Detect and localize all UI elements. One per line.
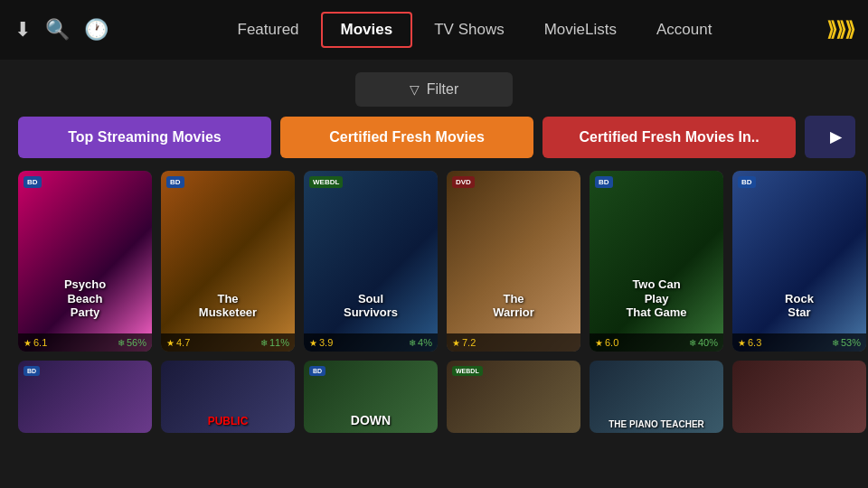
badge-bluray: BD — [738, 176, 756, 188]
movie-info: ★ 6.0 ❄ 40% — [590, 333, 723, 352]
tab-top-streaming[interactable]: Top Streaming Movies — [18, 117, 271, 158]
movie-card-psycho-beach-party[interactable]: BD PsychoBeachParty ★ 6.1 ❄ 56% — [18, 171, 152, 352]
badge-webdl: WEBDL — [309, 176, 343, 188]
tomatometer: ❄ 11% — [260, 337, 289, 348]
rating: ★ 3.9 — [309, 337, 333, 348]
poster-title: TheWarrior — [452, 292, 575, 320]
badge-dvd: DVD — [452, 176, 475, 188]
badge: BD — [24, 366, 40, 376]
rating: ★ 7.2 — [452, 337, 476, 348]
tomatometer: ❄ 53% — [832, 337, 861, 348]
poster-title-public: PUBLIC — [165, 415, 291, 427]
tomatometer: ❄ 4% — [409, 337, 432, 348]
nav-movies[interactable]: Movies — [321, 12, 413, 48]
movie-card-circle[interactable] — [732, 361, 866, 433]
movie-grid: BD PsychoBeachParty ★ 6.1 ❄ 56% BD TheMu… — [0, 171, 868, 352]
badge: BD — [309, 366, 326, 376]
poster-title: SoulSurvivors — [309, 292, 432, 320]
poster-title-piano: THE PIANO TEACHER — [593, 419, 720, 429]
poster-title: RockStar — [738, 292, 861, 320]
download-icon[interactable]: ⬇ — [14, 18, 31, 42]
badge-bluray: BD — [24, 176, 42, 188]
filter-icon: ▽ — [410, 82, 420, 97]
badge: WEBDL — [452, 366, 483, 376]
movie-card-soul-survivors[interactable]: WEBDL SoulSurvivors ★ 3.9 ❄ 4% — [304, 171, 438, 352]
badge-bluray: BD — [595, 176, 613, 188]
tomatometer: ❄ 56% — [118, 337, 146, 348]
rating: ★ 4.7 — [166, 337, 190, 348]
movie-card-musketeer[interactable]: BD TheMusketeer ★ 4.7 ❄ 11% — [161, 171, 295, 352]
nav-account[interactable]: Account — [638, 14, 730, 46]
movie-card-piano-teacher[interactable]: THE PIANO TEACHER — [590, 361, 723, 433]
movie-info: ★ 6.1 ❄ 56% — [18, 333, 152, 352]
top-navigation: ⬇ 🔍 🕐 Featured Movies TV Shows MovieList… — [0, 0, 868, 60]
poster-title: PsychoBeachParty — [24, 277, 146, 320]
movie-info: ★ 7.2 — [447, 333, 580, 352]
tab-certified-fresh[interactable]: Certified Fresh Movies — [280, 117, 533, 158]
movie-info: ★ 4.7 ❄ 11% — [161, 333, 295, 352]
nav-links: Featured Movies TV Shows MovieLists Acco… — [130, 12, 819, 48]
nav-more-icon[interactable]: ⟫⟫⟫ — [826, 18, 854, 42]
search-icon[interactable]: 🔍 — [45, 18, 70, 42]
tab-more[interactable]: ▶ — [805, 116, 855, 158]
poster-title-down: DOWN — [307, 413, 434, 427]
filter-button[interactable]: ▽ Filter — [355, 72, 514, 107]
nav-featured[interactable]: Featured — [220, 14, 317, 46]
tomatometer: ❄ 40% — [689, 337, 718, 348]
history-icon[interactable]: 🕐 — [84, 18, 108, 42]
rating: ★ 6.3 — [738, 337, 761, 348]
movie-card-rock-star[interactable]: BD RockStar ★ 6.3 ❄ 53% — [732, 171, 866, 352]
poster-title: Two CanPlayThat Game — [595, 277, 718, 320]
movie-card-two-can-play[interactable]: BD Two CanPlayThat Game ★ 6.0 ❄ 40% — [590, 171, 723, 352]
nav-icon-group: ⬇ 🔍 🕐 — [14, 18, 108, 42]
movie-card-public[interactable]: PUBLIC — [161, 361, 295, 433]
movie-card-warrior[interactable]: DVD TheWarrior ★ 7.2 — [447, 171, 580, 352]
poster-title: TheMusketeer — [166, 292, 289, 320]
movie-grid-bottom: BD PUBLIC BD DOWN WEBDL THE PIANO TEACHE… — [0, 361, 868, 433]
movie-card-down[interactable]: BD DOWN — [304, 361, 438, 433]
nav-tv-shows[interactable]: TV Shows — [416, 14, 522, 46]
tab-certified-fresh-in[interactable]: Certified Fresh Movies In.. — [542, 117, 796, 158]
movie-info: ★ 6.3 ❄ 53% — [732, 333, 866, 352]
rating: ★ 6.0 — [595, 337, 618, 348]
filter-label: Filter — [427, 81, 459, 98]
movie-card-era[interactable]: BD — [18, 361, 152, 433]
category-tabs: Top Streaming Movies Certified Fresh Mov… — [0, 116, 868, 158]
movie-info: ★ 3.9 ❄ 4% — [304, 333, 438, 352]
nav-movie-lists[interactable]: MovieLists — [526, 14, 635, 46]
badge-bluray: BD — [166, 176, 184, 188]
filter-bar: ▽ Filter — [0, 60, 868, 116]
rating: ★ 6.1 — [24, 337, 47, 348]
movie-card-unknown[interactable]: WEBDL — [447, 361, 580, 433]
